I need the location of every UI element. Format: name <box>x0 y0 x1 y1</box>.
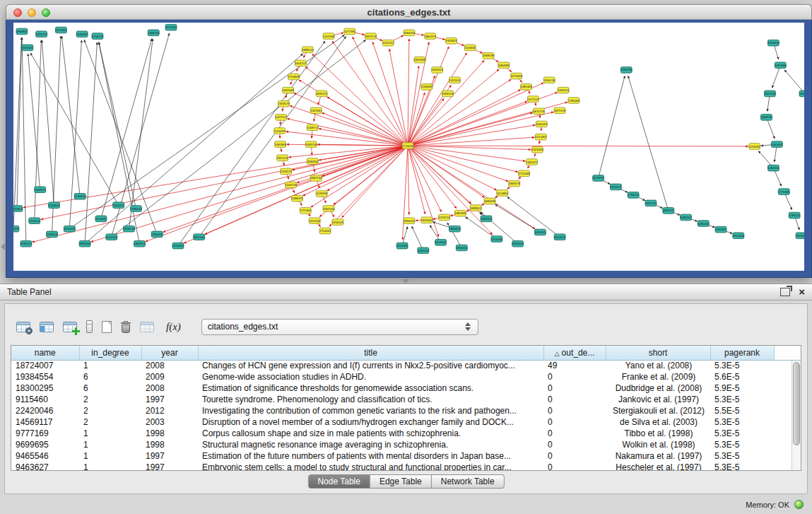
table-cell[interactable]: 5.3E-5 <box>710 416 774 428</box>
graph-node[interactable]: 1093704 <box>305 141 317 148</box>
table-cell[interactable]: 2 <box>79 405 141 416</box>
graph-node[interactable]: 1830021 <box>404 218 416 224</box>
table-cell[interactable]: 1997 <box>141 394 198 405</box>
graph-node[interactable]: 1722048 <box>518 170 530 177</box>
graph-node[interactable]: 1664050 <box>404 30 416 36</box>
table-cell[interactable]: 22420046 <box>11 405 79 416</box>
table-cell[interactable]: 0 <box>543 439 606 450</box>
show-columns-button[interactable] <box>38 316 55 337</box>
graph-node[interactable]: 1190513 <box>47 231 59 238</box>
table-cell[interactable]: 9115460 <box>11 394 79 405</box>
graph-node[interactable]: 1850512 <box>134 240 146 247</box>
column-header-year[interactable]: year <box>141 346 198 360</box>
table-cell[interactable]: 2012 <box>141 405 198 416</box>
table-cell[interactable]: 9699695 <box>11 439 79 450</box>
table-cell[interactable]: 1997 <box>141 462 198 471</box>
graph-node[interactable]: 1358153 <box>442 90 454 97</box>
table-cell[interactable]: 1 <box>79 439 141 450</box>
graph-node[interactable]: 1081946 <box>275 141 287 148</box>
tab-network-table[interactable]: Network Table <box>432 474 505 489</box>
zoom-window-button[interactable] <box>42 8 50 17</box>
column-header-out-degree[interactable]: △out_de... <box>543 346 606 360</box>
scrollbar-thumb[interactable] <box>793 362 800 445</box>
table-cell[interactable]: Changes of HCN gene expression and I(f) … <box>198 360 543 371</box>
network-canvas[interactable]: 1724041188801216012151751843142004613581… <box>13 23 804 271</box>
table-cell[interactable]: 9777169 <box>11 428 79 439</box>
graph-node[interactable]: 1358171 <box>280 168 292 175</box>
graph-node[interactable]: 1888012 <box>302 47 314 53</box>
graph-node[interactable]: 1577107 <box>527 96 539 103</box>
table-cell[interactable]: 6 <box>79 382 141 394</box>
graph-node[interactable]: 1263145 <box>332 219 344 226</box>
graph-node[interactable]: 1097434 <box>775 62 787 69</box>
table-cell[interactable]: Disruption of a novel member of a sodium… <box>198 416 543 428</box>
graph-node[interactable]: 1853087 <box>421 217 433 223</box>
table-cell[interactable]: 0 <box>543 416 606 428</box>
table-cell[interactable]: Estimation of the future numbers of pati… <box>198 450 543 462</box>
table-cell[interactable]: 2003 <box>141 416 198 428</box>
graph-node[interactable]: 1955410 <box>767 40 779 46</box>
table-cell[interactable]: Estimation of significance thresholds fo… <box>198 382 543 394</box>
graph-node[interactable]: 1394205 <box>456 245 468 251</box>
graph-node[interactable]: 1751843 <box>288 74 300 80</box>
graph-node[interactable]: 1960452 <box>151 231 163 238</box>
graph-node[interactable]: 1920515 <box>610 184 622 190</box>
table-cell[interactable]: 2009 <box>141 371 198 382</box>
graph-node[interactable]: 1020651 <box>13 206 23 212</box>
float-panel-icon[interactable] <box>780 288 790 296</box>
graph-node[interactable]: 1875716 <box>533 108 545 115</box>
graph-node[interactable]: 1477381 <box>344 28 356 35</box>
graph-node[interactable]: 1724041 <box>402 143 414 149</box>
graph-node[interactable]: 1679197 <box>593 175 605 182</box>
table-cell[interactable]: 18724007 <box>11 360 79 371</box>
graph-node[interactable]: 1924509 <box>796 233 804 239</box>
graph-node[interactable]: 1794151 <box>628 192 640 199</box>
graph-node[interactable]: 1961415 <box>663 208 675 214</box>
graph-node[interactable]: 1770345 <box>778 189 790 195</box>
graph-node[interactable]: 1392451 <box>715 226 727 233</box>
graph-node[interactable]: 1927574 <box>365 33 377 40</box>
graph-node[interactable]: 1835721 <box>316 90 328 97</box>
table-cell[interactable]: 2008 <box>141 382 198 394</box>
table-row[interactable]: 1938455462009Genome-wide association stu… <box>11 371 801 382</box>
graph-node[interactable]: 1785083 <box>568 98 580 104</box>
graph-node[interactable]: 1601215 <box>295 60 307 66</box>
graph-node[interactable]: 1861373 <box>425 33 437 40</box>
graph-node[interactable]: 1869415 <box>449 226 461 232</box>
graph-node[interactable]: 1210467 <box>535 134 547 140</box>
graph-node[interactable]: 1827341 <box>764 90 776 97</box>
table-cell[interactable]: 9463627 <box>11 462 79 471</box>
graph-node[interactable]: 1550513 <box>64 226 76 232</box>
window-titlebar[interactable]: citations_edges.txt <box>6 4 812 20</box>
table-cell[interactable]: 14569117 <box>11 416 79 428</box>
graph-node[interactable]: 1345451 <box>771 141 783 148</box>
table-cell[interactable]: Stergiakouli et al. (2012) <box>606 405 710 416</box>
create-column-button[interactable] <box>61 316 78 337</box>
table-cell[interactable]: 0 <box>543 450 606 462</box>
table-cell[interactable]: 6 <box>79 371 141 382</box>
single-column-button[interactable] <box>85 316 94 337</box>
graph-node[interactable]: 1964901 <box>16 28 28 35</box>
table-cell[interactable]: 0 <box>543 371 606 382</box>
graph-node[interactable]: 1955821 <box>445 38 457 45</box>
table-row[interactable]: 911546021997Tourette syndrome. Phenomeno… <box>11 394 801 405</box>
table-row[interactable]: 946362711997Embryonic stem cells: a mode… <box>11 462 801 471</box>
column-header-in-degree[interactable]: in_degree <box>79 346 141 360</box>
table-row[interactable]: 977716911998Corpus callosum shape and si… <box>11 428 801 439</box>
close-panel-icon[interactable]: × <box>799 288 805 296</box>
tab-node-table[interactable]: Node Table <box>307 474 370 489</box>
graph-node[interactable]: 1962544 <box>323 206 335 212</box>
table-cell[interactable]: 19384554 <box>11 371 79 382</box>
graph-node[interactable]: 1203651 <box>48 202 60 209</box>
graph-node[interactable]: 1104205 <box>13 226 20 232</box>
graph-node[interactable]: 1965054 <box>79 240 91 247</box>
graph-node[interactable]: 1260650 <box>74 193 86 199</box>
graph-node[interactable]: 1158432 <box>464 45 476 51</box>
tab-edge-table[interactable]: Edge Table <box>370 474 432 489</box>
graph-node[interactable]: 1226714 <box>438 214 450 221</box>
close-window-button[interactable] <box>13 8 22 17</box>
table-cell[interactable]: 5.6E-5 <box>710 371 774 382</box>
graph-node[interactable]: 1284151 <box>789 212 801 218</box>
graph-node[interactable]: 1875753 <box>554 107 566 114</box>
column-header-title[interactable]: title <box>198 346 543 360</box>
